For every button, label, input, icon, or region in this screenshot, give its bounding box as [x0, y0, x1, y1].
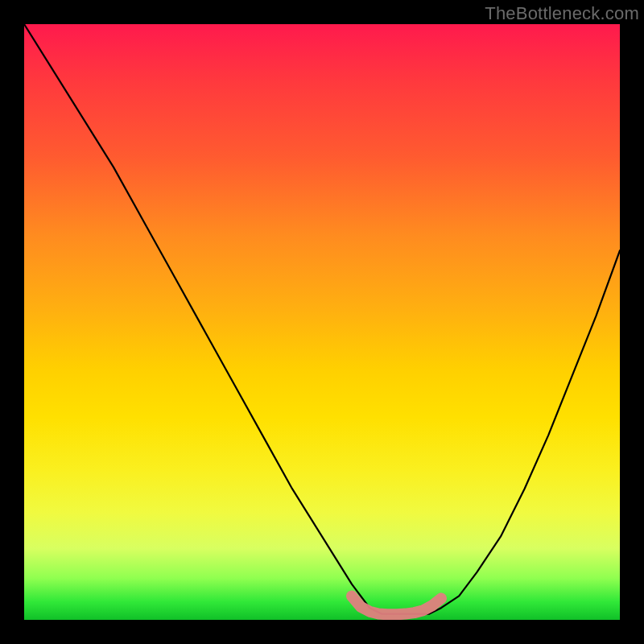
watermark-text: TheBottleneck.com — [485, 3, 639, 24]
valley-marker-line — [352, 596, 441, 614]
chart-svg — [24, 24, 620, 620]
chart-frame: TheBottleneck.com — [0, 0, 644, 644]
plot-area — [24, 24, 620, 620]
curve-line — [24, 24, 620, 614]
